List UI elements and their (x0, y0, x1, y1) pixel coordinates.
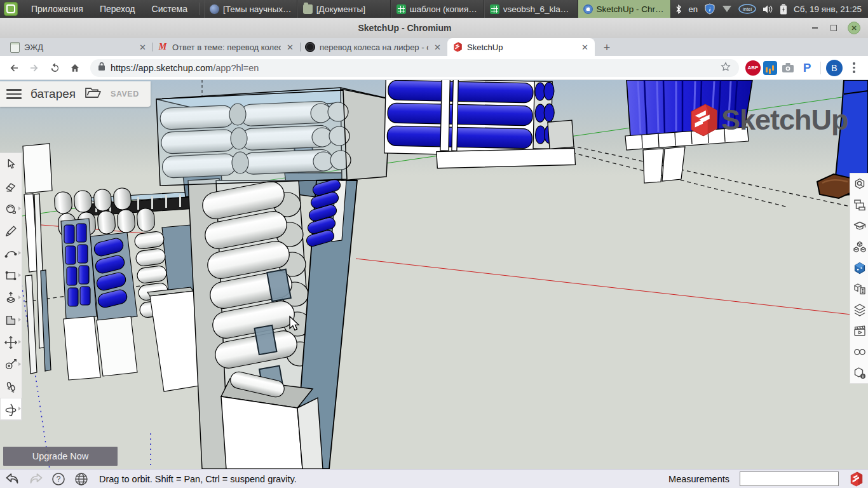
app-statusbar: ? Drag to orbit. Shift = Pan, Ctrl = sus… (0, 469, 868, 488)
upgrade-now-button[interactable]: Upgrade Now (3, 447, 118, 466)
model-viewport[interactable] (0, 80, 868, 469)
browser-titlebar[interactable]: SketchUp - Chromium ✕ (0, 18, 868, 39)
drawing-toolbar (0, 152, 22, 421)
folder-window-icon (303, 4, 313, 14)
battery-tower-model[interactable] (183, 142, 357, 469)
shield-info-icon[interactable]: i (704, 3, 715, 15)
network-icon[interactable] (722, 5, 732, 13)
maximize-button[interactable] (829, 23, 839, 33)
url-text: https://app.sketchup.com/app?hl=en (111, 63, 259, 73)
close-button[interactable]: ✕ (848, 22, 860, 34)
tab-ezhd[interactable]: ЭЖД ✕ (5, 38, 153, 56)
tool-eraser[interactable] (0, 175, 22, 198)
forum-favicon (305, 42, 315, 52)
menu-places[interactable]: Переход (92, 4, 144, 14)
sketchup-favicon (452, 42, 463, 52)
tab-sketchup-active[interactable]: SketchUp ✕ (447, 38, 595, 56)
tool-offset[interactable] (0, 309, 22, 331)
minimize-button[interactable] (810, 23, 820, 33)
tab-close-icon[interactable]: ✕ (285, 43, 295, 52)
entity-info-icon[interactable] (850, 173, 868, 194)
profile-avatar[interactable]: B (826, 60, 843, 76)
window-button[interactable]: vseobsh_6_klass.xl... (484, 0, 578, 18)
sketchup-logo-icon (849, 471, 864, 487)
spreadsheet-window-icon (490, 4, 499, 14)
document-favicon (10, 42, 20, 53)
redo-icon[interactable] (27, 471, 44, 487)
tab-gmail[interactable]: M Ответ в теме: перевод колеса ✕ (153, 38, 300, 56)
model-info-icon[interactable] (850, 362, 868, 383)
chart-extension-icon[interactable] (763, 61, 777, 75)
battery-box-model[interactable] (156, 88, 391, 186)
chromium-window-icon (583, 4, 593, 14)
hamburger-menu-icon[interactable] (6, 89, 22, 99)
window-button-active[interactable]: SketchUp - Chromi... (578, 0, 671, 18)
tool-orbit[interactable] (0, 398, 22, 420)
forward-icon[interactable] (25, 59, 43, 77)
tool-tape-measure[interactable] (0, 353, 22, 376)
os-taskbar: Приложения Переход Система [Темы научных… (0, 0, 868, 18)
keyboard-layout-indicator[interactable]: en (689, 4, 698, 14)
menu-applications[interactable]: Приложения (23, 4, 92, 14)
camera-extension-icon[interactable] (780, 60, 796, 76)
window-title: SketchUp - Chromium (0, 23, 810, 33)
browser-menu-icon[interactable] (845, 62, 863, 73)
measurements-input[interactable] (740, 471, 839, 486)
svg-text:intel: intel (743, 6, 752, 12)
tags-icon[interactable] (850, 299, 868, 320)
svg-text:?: ? (57, 475, 61, 484)
styles-icon[interactable] (850, 257, 868, 278)
tab-forum[interactable]: перевод колеса на лифер - ст ✕ (300, 38, 447, 56)
window-button[interactable]: шаблон (копия).xl... (391, 0, 484, 18)
tool-select[interactable] (0, 153, 22, 175)
sketchup-app: SketchUp батарея SAVED (0, 80, 868, 469)
model-title[interactable]: батарея (31, 87, 76, 101)
display-icon[interactable] (850, 341, 868, 362)
status-hint: Drag to orbit. Shift = Pan, Ctrl = suspe… (99, 474, 663, 484)
outliner-icon[interactable] (850, 194, 868, 215)
sketchup-header: батарея SAVED (0, 81, 151, 107)
intel-icon: intel (738, 4, 756, 14)
open-folder-icon[interactable] (85, 86, 102, 102)
saved-status: SAVED (111, 90, 139, 98)
clock[interactable]: Сб, 19 янв, 21:25 (794, 4, 862, 14)
instructor-icon[interactable] (850, 215, 868, 236)
tab-close-icon[interactable]: ✕ (433, 43, 442, 52)
globe-icon[interactable] (72, 471, 90, 487)
new-tab-button[interactable]: + (599, 39, 615, 56)
components-icon[interactable] (850, 236, 868, 257)
browser-window-icon (210, 4, 219, 14)
bookmark-star-icon[interactable] (720, 61, 731, 75)
window-button[interactable]: [Темы научных ст... (204, 0, 297, 18)
scenes-icon[interactable] (850, 320, 868, 341)
battery-icon[interactable] (780, 4, 787, 15)
p-extension-icon[interactable]: Р (799, 60, 815, 76)
bluetooth-icon[interactable] (675, 4, 682, 15)
window-button[interactable]: [Документы] (297, 0, 391, 18)
tab-close-icon[interactable]: ✕ (580, 43, 590, 52)
materials-icon[interactable] (850, 278, 868, 299)
browser-toolbar: https://app.sketchup.com/app?hl=en ABP Р… (0, 56, 868, 80)
spreadsheet-window-icon (397, 4, 406, 14)
tool-move[interactable] (0, 331, 22, 353)
home-icon[interactable] (66, 59, 84, 77)
tool-push-pull[interactable] (0, 287, 22, 309)
start-menu-icon[interactable] (4, 2, 18, 16)
tab-strip: ЭЖД ✕ M Ответ в теме: перевод колеса ✕ п… (0, 38, 868, 56)
window-list: [Темы научных ст... [Документы] шаблон (… (204, 0, 671, 18)
tab-close-icon[interactable]: ✕ (138, 43, 147, 52)
undo-icon[interactable] (4, 471, 22, 487)
tool-rectangle[interactable] (0, 264, 22, 287)
help-icon[interactable]: ? (50, 471, 67, 487)
back-icon[interactable] (5, 59, 23, 77)
tool-paint[interactable] (0, 198, 22, 220)
tool-arc[interactable] (0, 242, 22, 264)
adblock-extension-icon[interactable]: ABP (745, 60, 761, 76)
volume-icon[interactable] (763, 4, 773, 14)
reload-icon[interactable] (46, 59, 64, 77)
tool-line[interactable] (0, 220, 22, 242)
panels-toolbar (850, 173, 868, 384)
tool-walk[interactable] (0, 376, 22, 398)
address-bar[interactable]: https://app.sketchup.com/app?hl=en (90, 59, 739, 77)
menu-system[interactable]: Система (144, 4, 196, 14)
